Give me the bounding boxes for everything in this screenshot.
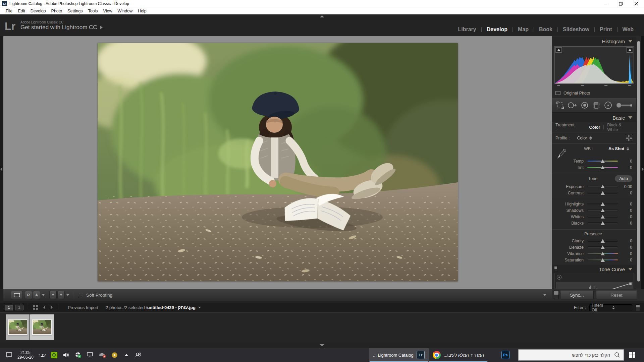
menu-edit[interactable]: Edit bbox=[15, 7, 28, 14]
taskbar-photoshop-button[interactable]: Ps bbox=[497, 348, 514, 362]
blacks-slider-thumb[interactable] bbox=[601, 221, 605, 225]
reset-button[interactable]: Reset bbox=[596, 291, 637, 299]
filter-dropdown[interactable]: Filters Off bbox=[589, 304, 632, 311]
main-photo[interactable] bbox=[98, 43, 458, 281]
left-panel-expand-arrow[interactable] bbox=[0, 167, 2, 171]
tint-slider[interactable] bbox=[587, 167, 618, 168]
taskbar-lightroom-button[interactable]: ... Lightroom Catalog Lr bbox=[369, 348, 429, 362]
volume-icon[interactable] bbox=[62, 351, 70, 359]
top-panel-collapse-chevron[interactable] bbox=[317, 15, 327, 18]
module-library[interactable]: Library bbox=[453, 26, 481, 33]
histogram-panel-header[interactable]: Histogram bbox=[552, 37, 636, 46]
before-after-button-y1[interactable]: Y bbox=[49, 291, 57, 299]
red-eye-tool-icon[interactable] bbox=[580, 100, 589, 111]
contrast-slider-thumb[interactable] bbox=[601, 191, 605, 195]
treatment-bw-option[interactable]: Black & White bbox=[607, 123, 633, 132]
wb-value[interactable]: As Shot bbox=[608, 146, 624, 151]
vibrance-slider[interactable] bbox=[587, 253, 618, 254]
shadows-slider-thumb[interactable] bbox=[601, 208, 605, 212]
cyberlink-disc-icon[interactable] bbox=[111, 351, 118, 359]
module-map[interactable]: Map bbox=[513, 26, 534, 33]
action-center-icon[interactable] bbox=[5, 351, 13, 359]
onedrive-error-icon[interactable] bbox=[99, 351, 106, 359]
dehaze-slider-thumb[interactable] bbox=[601, 245, 605, 249]
menu-window[interactable]: Window bbox=[115, 7, 135, 14]
main-window-button[interactable]: 1 bbox=[5, 305, 13, 310]
module-web[interactable]: Web bbox=[618, 26, 639, 33]
search-input[interactable]: הקלד כאן כדי לחפש bbox=[518, 349, 624, 361]
module-book[interactable]: Book bbox=[534, 26, 557, 33]
module-print[interactable]: Print bbox=[595, 26, 617, 33]
shadow-clipping-indicator[interactable] bbox=[555, 47, 562, 53]
profile-browser-icon[interactable] bbox=[626, 135, 632, 141]
people-icon[interactable] bbox=[135, 351, 142, 359]
clarity-slider[interactable] bbox=[587, 240, 618, 242]
module-slideshow[interactable]: Slideshow bbox=[558, 26, 594, 33]
menu-view[interactable]: View bbox=[101, 7, 115, 14]
windows-security-icon[interactable] bbox=[74, 351, 82, 359]
saturation-slider[interactable] bbox=[587, 259, 618, 261]
menu-photo[interactable]: Photo bbox=[49, 7, 65, 14]
shadows-slider[interactable] bbox=[587, 209, 618, 211]
blacks-slider[interactable] bbox=[587, 222, 618, 224]
identity-line2[interactable]: Get started with Lightroom CC bbox=[20, 24, 97, 31]
taskbar-clock[interactable]: 21:05 29-06-20 bbox=[17, 350, 34, 360]
soft-proofing-checkbox[interactable] bbox=[79, 293, 83, 297]
basic-panel-header[interactable]: Basic bbox=[552, 113, 636, 122]
panel-switch-icon[interactable] bbox=[554, 266, 557, 272]
temp-slider[interactable] bbox=[587, 160, 618, 162]
close-button[interactable] bbox=[629, 0, 644, 7]
selection-info[interactable]: 2 photos /2 selected / untitled-0429 - ע… bbox=[106, 305, 201, 310]
histogram[interactable] bbox=[554, 46, 634, 84]
adjustment-brush-tool-icon[interactable] bbox=[615, 100, 633, 111]
menu-help[interactable]: Help bbox=[135, 7, 149, 14]
saturation-slider-thumb[interactable] bbox=[601, 258, 605, 262]
sync-button[interactable]: Sync... bbox=[560, 291, 594, 299]
crop-tool-icon[interactable] bbox=[555, 100, 565, 111]
spot-removal-tool-icon[interactable] bbox=[567, 100, 577, 111]
vibrance-slider-thumb[interactable] bbox=[601, 252, 605, 255]
radial-filter-tool-icon[interactable] bbox=[604, 100, 613, 111]
keyboard-language[interactable]: עבר bbox=[38, 353, 46, 358]
right-panel-scrollbar[interactable] bbox=[637, 41, 640, 282]
menu-develop[interactable]: Develop bbox=[28, 7, 49, 14]
profile-updown-icon[interactable] bbox=[589, 136, 592, 140]
before-after-button-y2[interactable]: Y bbox=[57, 291, 65, 299]
previous-photo-arrow[interactable] bbox=[43, 305, 45, 309]
nvidia-icon[interactable] bbox=[50, 351, 58, 359]
toolbar-options-dropdown-icon[interactable] bbox=[543, 294, 546, 296]
tone-curve-panel-header[interactable]: Tone Curve bbox=[552, 265, 636, 274]
next-photo-arrow[interactable] bbox=[51, 305, 53, 309]
temp-slider-thumb[interactable] bbox=[601, 159, 605, 163]
module-develop[interactable]: Develop bbox=[482, 26, 513, 33]
play-icon[interactable] bbox=[100, 26, 103, 29]
filmstrip-thumbnail-2[interactable] bbox=[30, 314, 54, 340]
treatment-color-option[interactable]: Color bbox=[589, 125, 600, 130]
exposure-slider[interactable] bbox=[587, 186, 618, 187]
highlights-slider[interactable] bbox=[587, 203, 618, 205]
highlights-slider-thumb[interactable] bbox=[601, 202, 605, 206]
contrast-slider[interactable] bbox=[587, 192, 618, 194]
dehaze-slider[interactable] bbox=[587, 246, 618, 248]
source-dropdown-icon[interactable] bbox=[198, 307, 201, 308]
before-after-dropdown-icon[interactable] bbox=[66, 294, 69, 296]
grid-view-icon[interactable] bbox=[33, 305, 38, 310]
sync-toggle[interactable] bbox=[554, 291, 559, 299]
target-adjustment-icon[interactable] bbox=[557, 275, 561, 280]
bottom-panel-collapse-chevron[interactable] bbox=[317, 344, 327, 347]
clarity-slider-thumb[interactable] bbox=[601, 239, 605, 243]
whites-slider-thumb[interactable] bbox=[601, 215, 605, 219]
right-panel-expand-arrow[interactable] bbox=[642, 167, 644, 171]
whites-slider[interactable] bbox=[587, 216, 618, 218]
menu-file[interactable]: File bbox=[3, 7, 15, 14]
tint-slider-thumb[interactable] bbox=[601, 166, 605, 169]
exposure-slider-thumb[interactable] bbox=[601, 185, 605, 188]
show-hidden-icons-chevron[interactable] bbox=[123, 351, 130, 359]
tone-curve-preview[interactable] bbox=[554, 273, 634, 289]
menu-tools[interactable]: Tools bbox=[85, 7, 100, 14]
source-label[interactable]: Previous Import bbox=[68, 305, 98, 310]
filter-toggle[interactable] bbox=[636, 304, 640, 311]
restore-button[interactable] bbox=[613, 0, 629, 7]
wb-updown-icon[interactable] bbox=[627, 147, 629, 150]
filmstrip-thumbnail-1[interactable] bbox=[6, 314, 30, 340]
